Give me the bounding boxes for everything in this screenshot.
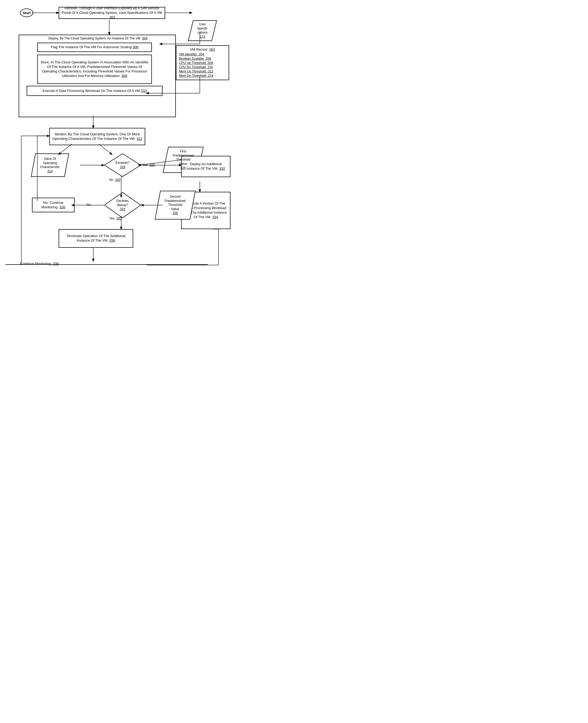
box-302: Receive, Through A User Interface Expose…: [59, 7, 165, 19]
no-320-label: No 320: [109, 178, 121, 182]
vm-field-206: Boolean Scalable 206: [179, 57, 226, 61]
vm-field-210: CPU Dn Threshold 210: [179, 65, 226, 69]
diamond-318: Exceeds? 318: [104, 153, 141, 177]
box-308: Store, In The Cloud Operating System In …: [37, 55, 152, 84]
box304-text: Deploy, By The Cloud Operating System, A…: [20, 36, 176, 41]
dia318-label: Exceeds?: [115, 161, 130, 165]
no-dia324-label: No: [87, 203, 90, 207]
para316-label: FirstPredeterminedThresholdValue: [173, 149, 194, 166]
user-specs-label: UserSpecifi-cations: [197, 22, 208, 34]
vmrecord-ref: 202: [209, 47, 215, 51]
box-310: Execute A Data Processing Workload On Th…: [27, 86, 163, 96]
user-specs-ref: 174: [200, 35, 205, 39]
dia324-ref: 324: [120, 207, 125, 211]
para328-ref: 328: [172, 211, 178, 215]
box-338: Continue Monitoring 338: [20, 262, 59, 265]
yes-330-label: Yes 330: [109, 217, 122, 220]
para-328: SecondPredeterminedThresholdValue 328: [154, 190, 196, 220]
dia318-ref: 318: [120, 165, 125, 169]
box-312: Monitor, By The Cloud Operating System, …: [49, 128, 145, 145]
box-336: Terminate Operation Of The Additional In…: [59, 229, 133, 248]
box-326: No: Continue Monitoring 326: [32, 198, 75, 212]
box302-ref: 302: [109, 15, 115, 19]
svg-line-8: [59, 144, 72, 154]
para-314: Value OfOperatingCharacteristic 314: [30, 153, 69, 177]
vm-field-208: CPU Up Threshold 208: [179, 61, 226, 65]
para316-ref: 316: [181, 166, 186, 170]
dia324-label: DeclinesBelow?: [117, 199, 129, 207]
para314-label: Value OfOperatingCharacteristic: [40, 157, 60, 169]
vm-field-214: Mem Dn Threshold 214: [179, 74, 226, 78]
vm-field-212: Mem Up Threshold 212: [179, 69, 226, 73]
start-label: Start: [23, 11, 30, 15]
yes-322-label: Yes 322: [143, 163, 155, 167]
para314-ref: 314: [47, 169, 52, 173]
vm-record-box: VM Record 202 VM Identifier 204 Boolean …: [176, 45, 229, 80]
user-specs-para: UserSpecifi-cations 174: [188, 20, 217, 41]
vmrecord-title: VM Record: [190, 47, 207, 51]
para328-label: SecondPredeterminedThresholdValue: [165, 195, 186, 211]
box-306: Flag The Instance Of The VM For Autonomi…: [37, 43, 152, 52]
flowchart-diagram: Start Receive, Through A User Interface …: [5, 5, 234, 293]
diamond-324: DeclinesBelow? 324: [104, 192, 141, 218]
box302-label: Receive, Through A User Interface Expose…: [62, 6, 162, 15]
start-node: Start: [20, 8, 33, 17]
svg-line-9: [99, 144, 112, 154]
vm-field-204: VM Identifier 204: [179, 52, 226, 56]
